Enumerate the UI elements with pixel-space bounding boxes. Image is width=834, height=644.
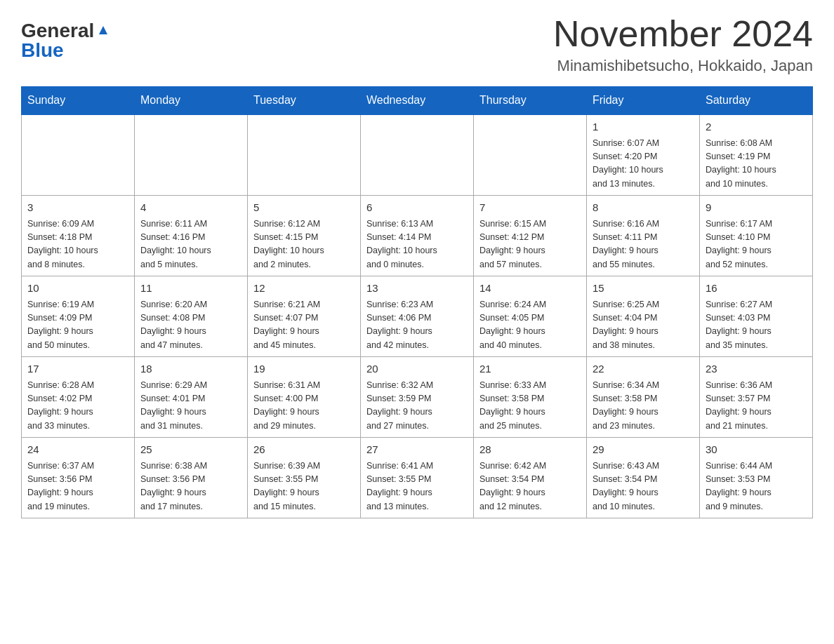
day-info: Sunrise: 6:27 AMSunset: 4:03 PMDaylight:…	[706, 298, 807, 353]
day-number: 17	[27, 361, 128, 377]
calendar-body: 1Sunrise: 6:07 AMSunset: 4:20 PMDaylight…	[22, 114, 813, 518]
logo: General Blue	[21, 21, 111, 60]
day-number: 14	[479, 281, 581, 297]
weekday-sunday: Sunday	[22, 87, 135, 115]
day-info: Sunrise: 6:38 AMSunset: 3:56 PMDaylight:…	[140, 459, 241, 514]
weekday-header-row: SundayMondayTuesdayWednesdayThursdayFrid…	[22, 87, 813, 115]
table-row: 14Sunrise: 6:24 AMSunset: 4:05 PMDayligh…	[474, 276, 587, 357]
day-info: Sunrise: 6:21 AMSunset: 4:07 PMDaylight:…	[253, 298, 355, 353]
table-row: 2Sunrise: 6:08 AMSunset: 4:19 PMDaylight…	[700, 114, 813, 196]
table-row: 20Sunrise: 6:32 AMSunset: 3:59 PMDayligh…	[361, 357, 474, 438]
table-row: 16Sunrise: 6:27 AMSunset: 4:03 PMDayligh…	[700, 276, 813, 357]
day-number: 18	[140, 361, 241, 377]
table-row: 17Sunrise: 6:28 AMSunset: 4:02 PMDayligh…	[22, 357, 135, 438]
day-number: 28	[479, 442, 581, 458]
day-info: Sunrise: 6:13 AMSunset: 4:14 PMDaylight:…	[366, 217, 468, 272]
table-row: 18Sunrise: 6:29 AMSunset: 4:01 PMDayligh…	[135, 357, 248, 438]
weekday-friday: Friday	[587, 87, 700, 115]
day-info: Sunrise: 6:29 AMSunset: 4:01 PMDaylight:…	[140, 379, 241, 434]
day-info: Sunrise: 6:36 AMSunset: 3:57 PMDaylight:…	[706, 379, 807, 434]
day-number: 22	[593, 361, 694, 377]
table-row: 3Sunrise: 6:09 AMSunset: 4:18 PMDaylight…	[22, 196, 135, 276]
day-info: Sunrise: 6:25 AMSunset: 4:04 PMDaylight:…	[593, 298, 694, 353]
table-row: 13Sunrise: 6:23 AMSunset: 4:06 PMDayligh…	[361, 276, 474, 357]
table-row	[248, 114, 361, 196]
svg-marker-0	[99, 26, 107, 34]
day-info: Sunrise: 6:12 AMSunset: 4:15 PMDaylight:…	[253, 217, 355, 272]
day-info: Sunrise: 6:44 AMSunset: 3:53 PMDaylight:…	[706, 459, 807, 514]
calendar-table: SundayMondayTuesdayWednesdayThursdayFrid…	[21, 86, 813, 518]
day-info: Sunrise: 6:37 AMSunset: 3:56 PMDaylight:…	[27, 459, 128, 514]
table-row: 30Sunrise: 6:44 AMSunset: 3:53 PMDayligh…	[700, 438, 813, 518]
table-row	[22, 114, 135, 196]
day-info: Sunrise: 6:11 AMSunset: 4:16 PMDaylight:…	[140, 217, 241, 272]
week-row-0: 1Sunrise: 6:07 AMSunset: 4:20 PMDaylight…	[22, 114, 813, 196]
day-info: Sunrise: 6:23 AMSunset: 4:06 PMDaylight:…	[366, 298, 468, 353]
table-row: 12Sunrise: 6:21 AMSunset: 4:07 PMDayligh…	[248, 276, 361, 357]
day-number: 2	[706, 119, 807, 135]
day-number: 11	[140, 281, 241, 297]
week-row-2: 10Sunrise: 6:19 AMSunset: 4:09 PMDayligh…	[22, 276, 813, 357]
table-row: 22Sunrise: 6:34 AMSunset: 3:58 PMDayligh…	[587, 357, 700, 438]
day-info: Sunrise: 6:09 AMSunset: 4:18 PMDaylight:…	[27, 217, 128, 272]
day-info: Sunrise: 6:28 AMSunset: 4:02 PMDaylight:…	[27, 379, 128, 434]
weekday-monday: Monday	[135, 87, 248, 115]
table-row: 4Sunrise: 6:11 AMSunset: 4:16 PMDaylight…	[135, 196, 248, 276]
calendar-header: SundayMondayTuesdayWednesdayThursdayFrid…	[22, 87, 813, 115]
day-number: 30	[706, 442, 807, 458]
table-row: 28Sunrise: 6:42 AMSunset: 3:54 PMDayligh…	[474, 438, 587, 518]
location-title: Minamishibetsucho, Hokkaido, Japan	[553, 57, 813, 75]
table-row: 21Sunrise: 6:33 AMSunset: 3:58 PMDayligh…	[474, 357, 587, 438]
table-row: 5Sunrise: 6:12 AMSunset: 4:15 PMDaylight…	[248, 196, 361, 276]
table-row: 11Sunrise: 6:20 AMSunset: 4:08 PMDayligh…	[135, 276, 248, 357]
logo-general: General	[21, 21, 94, 41]
day-number: 4	[140, 200, 241, 216]
table-row	[361, 114, 474, 196]
day-info: Sunrise: 6:19 AMSunset: 4:09 PMDaylight:…	[27, 298, 128, 353]
logo-blue: Blue	[21, 41, 64, 60]
day-info: Sunrise: 6:16 AMSunset: 4:11 PMDaylight:…	[593, 217, 694, 272]
day-number: 21	[479, 361, 581, 377]
day-number: 15	[593, 281, 694, 297]
table-row: 9Sunrise: 6:17 AMSunset: 4:10 PMDaylight…	[700, 196, 813, 276]
week-row-3: 17Sunrise: 6:28 AMSunset: 4:02 PMDayligh…	[22, 357, 813, 438]
table-row: 29Sunrise: 6:43 AMSunset: 3:54 PMDayligh…	[587, 438, 700, 518]
day-number: 3	[27, 200, 128, 216]
day-number: 29	[593, 442, 694, 458]
day-info: Sunrise: 6:43 AMSunset: 3:54 PMDaylight:…	[593, 459, 694, 514]
table-row: 1Sunrise: 6:07 AMSunset: 4:20 PMDaylight…	[587, 114, 700, 196]
day-info: Sunrise: 6:20 AMSunset: 4:08 PMDaylight:…	[140, 298, 241, 353]
table-row: 19Sunrise: 6:31 AMSunset: 4:00 PMDayligh…	[248, 357, 361, 438]
weekday-wednesday: Wednesday	[361, 87, 474, 115]
day-number: 13	[366, 281, 468, 297]
day-number: 10	[27, 281, 128, 297]
table-row: 25Sunrise: 6:38 AMSunset: 3:56 PMDayligh…	[135, 438, 248, 518]
table-row: 6Sunrise: 6:13 AMSunset: 4:14 PMDaylight…	[361, 196, 474, 276]
day-info: Sunrise: 6:39 AMSunset: 3:55 PMDaylight:…	[253, 459, 355, 514]
day-number: 12	[253, 281, 355, 297]
table-row: 8Sunrise: 6:16 AMSunset: 4:11 PMDaylight…	[587, 196, 700, 276]
weekday-thursday: Thursday	[474, 87, 587, 115]
day-number: 20	[366, 361, 468, 377]
day-info: Sunrise: 6:17 AMSunset: 4:10 PMDaylight:…	[706, 217, 807, 272]
page-header: General Blue November 2024 Minamishibets…	[21, 14, 813, 75]
week-row-4: 24Sunrise: 6:37 AMSunset: 3:56 PMDayligh…	[22, 438, 813, 518]
day-number: 23	[706, 361, 807, 377]
weekday-saturday: Saturday	[700, 87, 813, 115]
day-number: 7	[479, 200, 581, 216]
table-row: 24Sunrise: 6:37 AMSunset: 3:56 PMDayligh…	[22, 438, 135, 518]
day-info: Sunrise: 6:41 AMSunset: 3:55 PMDaylight:…	[366, 459, 468, 514]
table-row: 27Sunrise: 6:41 AMSunset: 3:55 PMDayligh…	[361, 438, 474, 518]
day-number: 19	[253, 361, 355, 377]
month-title: November 2024	[553, 14, 813, 54]
weekday-tuesday: Tuesday	[248, 87, 361, 115]
table-row	[474, 114, 587, 196]
table-row	[135, 114, 248, 196]
day-number: 27	[366, 442, 468, 458]
day-number: 8	[593, 200, 694, 216]
day-number: 5	[253, 200, 355, 216]
table-row: 26Sunrise: 6:39 AMSunset: 3:55 PMDayligh…	[248, 438, 361, 518]
day-number: 24	[27, 442, 128, 458]
day-info: Sunrise: 6:07 AMSunset: 4:20 PMDaylight:…	[593, 137, 694, 192]
day-info: Sunrise: 6:32 AMSunset: 3:59 PMDaylight:…	[366, 379, 468, 434]
